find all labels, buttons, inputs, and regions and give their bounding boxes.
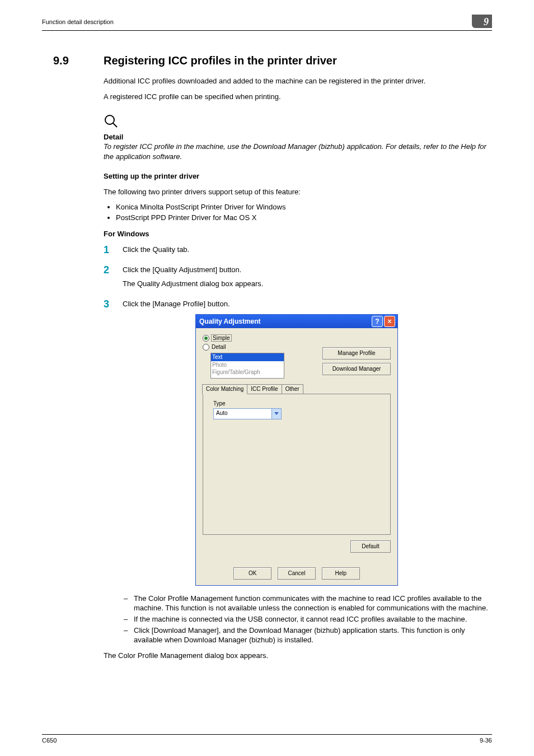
chapter-number: 9: [484, 15, 489, 29]
step-text: Click the [Manage Profile] button.: [123, 299, 492, 309]
manage-profile-button[interactable]: Manage Profile: [322, 347, 391, 360]
step-text: Click the [Quality Adjustment] button.: [123, 265, 492, 275]
step-1: 1 Click the Quality tab.: [104, 245, 492, 255]
ok-button[interactable]: OK: [233, 567, 271, 580]
list-item: Click [Download Manager], and the Downlo…: [134, 626, 492, 645]
setup-title: Setting up the printer driver: [104, 171, 492, 181]
tab-other[interactable]: Other: [282, 384, 303, 394]
chevron-down-icon[interactable]: [271, 409, 281, 419]
windows-title: For Windows: [104, 229, 492, 239]
radio-label: Detail: [212, 344, 226, 350]
type-label: Type: [213, 400, 386, 408]
notes-list: The Color Profile Management function co…: [123, 594, 492, 645]
intro-paragraph-1: Additional ICC profiles downloaded and a…: [104, 76, 492, 86]
svg-line-1: [113, 123, 117, 127]
header-left: Function detail description: [42, 18, 114, 26]
svg-point-0: [105, 115, 114, 124]
list-item: Konica Minolta PostScript Printer Driver…: [116, 202, 492, 212]
step-number: 2: [104, 263, 109, 277]
list-item[interactable]: Photo: [211, 361, 284, 369]
tab-color-matching[interactable]: Color Matching: [202, 384, 247, 394]
list-item: If the machine is connected via the USB …: [134, 614, 492, 624]
footer-left: C650: [42, 736, 57, 745]
steps-list: 1 Click the Quality tab. 2 Click the [Qu…: [104, 245, 492, 660]
detail-magnifier-icon: [104, 114, 118, 131]
driver-list: Konica Minolta PostScript Printer Driver…: [104, 202, 492, 222]
dropdown-value: Auto: [214, 409, 271, 419]
chapter-badge: 9: [472, 15, 492, 28]
step-text: The Quality Adjustment dialog box appear…: [123, 279, 492, 289]
footer-rule: [42, 734, 492, 735]
radio-label: Simple: [212, 335, 231, 341]
after-notes: The Color Profile Management dialog box …: [104, 651, 492, 661]
default-button[interactable]: Default: [350, 540, 391, 553]
download-manager-button[interactable]: Download Manager: [322, 363, 391, 375]
radio-simple[interactable]: Simple: [203, 334, 391, 342]
step-2: 2 Click the [Quality Adjustment] button.…: [104, 265, 492, 289]
step-number: 3: [104, 297, 109, 311]
list-item[interactable]: Text: [211, 353, 284, 361]
section-title: Registering ICC profiles in the printer …: [104, 53, 337, 68]
list-item[interactable]: Figure/Table/Graph: [211, 368, 284, 376]
section-heading: 9.9 Registering ICC profiles in the prin…: [53, 53, 492, 68]
intro-paragraph-2: A registered ICC profile can be specifie…: [104, 92, 492, 102]
category-listbox[interactable]: Text Photo Figure/Table/Graph: [210, 353, 284, 379]
detail-text: To register ICC profile in the machine, …: [104, 142, 492, 161]
dialog-title: Quality Adjustment: [198, 317, 371, 326]
list-item: The Color Profile Management function co…: [134, 594, 492, 613]
step-3: 3 Click the [Manage Profile] button. Qua…: [104, 299, 492, 661]
setup-intro: The following two printer drivers suppor…: [104, 187, 492, 197]
dialog-titlebar: Quality Adjustment ? ×: [196, 315, 397, 328]
help-button[interactable]: Help: [322, 567, 360, 580]
tabs: Color Matching ICC Profile Other: [202, 384, 391, 394]
close-icon[interactable]: ×: [384, 316, 395, 327]
section-number: 9.9: [53, 53, 104, 68]
page-header: Function detail description 9: [42, 17, 492, 31]
type-dropdown[interactable]: Auto: [213, 408, 282, 419]
list-item: PostScript PPD Printer Driver for Mac OS…: [116, 213, 492, 223]
tab-panel: Type Auto: [203, 394, 391, 535]
cancel-button[interactable]: Cancel: [278, 567, 316, 580]
help-icon[interactable]: ?: [372, 316, 383, 327]
tab-icc-profile[interactable]: ICC Profile: [247, 384, 282, 394]
footer-right: 9-36: [480, 736, 492, 745]
detail-label: Detail: [104, 132, 492, 142]
step-text: Click the Quality tab.: [123, 245, 492, 255]
dialog-footer: OK Cancel Help: [196, 563, 397, 585]
detail-block: Detail To register ICC profile in the ma…: [104, 132, 492, 162]
dialog-screenshot: Quality Adjustment ? × Simple Detail Tex…: [195, 314, 492, 586]
step-number: 1: [104, 243, 109, 256]
